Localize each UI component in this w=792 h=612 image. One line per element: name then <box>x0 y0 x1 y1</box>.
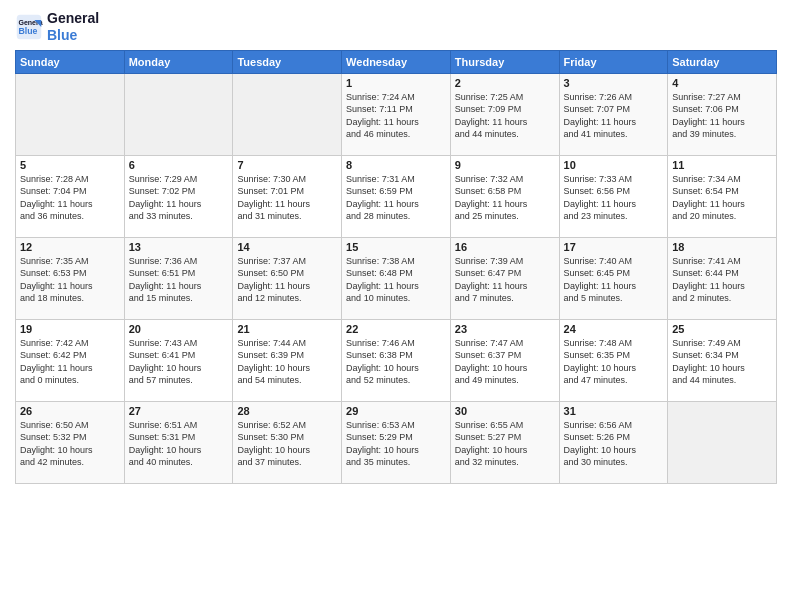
calendar-cell: 13Sunrise: 7:36 AM Sunset: 6:51 PM Dayli… <box>124 237 233 319</box>
calendar-header: SundayMondayTuesdayWednesdayThursdayFrid… <box>16 50 777 73</box>
day-info: Sunrise: 6:55 AM Sunset: 5:27 PM Dayligh… <box>455 419 555 469</box>
day-info: Sunrise: 7:41 AM Sunset: 6:44 PM Dayligh… <box>672 255 772 305</box>
day-number: 31 <box>564 405 664 417</box>
day-info: Sunrise: 7:32 AM Sunset: 6:58 PM Dayligh… <box>455 173 555 223</box>
day-info: Sunrise: 7:25 AM Sunset: 7:09 PM Dayligh… <box>455 91 555 141</box>
day-info: Sunrise: 7:46 AM Sunset: 6:38 PM Dayligh… <box>346 337 446 387</box>
calendar-cell <box>16 73 125 155</box>
calendar-cell: 12Sunrise: 7:35 AM Sunset: 6:53 PM Dayli… <box>16 237 125 319</box>
calendar-cell: 30Sunrise: 6:55 AM Sunset: 5:27 PM Dayli… <box>450 401 559 483</box>
calendar-table: SundayMondayTuesdayWednesdayThursdayFrid… <box>15 50 777 484</box>
day-info: Sunrise: 6:50 AM Sunset: 5:32 PM Dayligh… <box>20 419 120 469</box>
day-info: Sunrise: 7:44 AM Sunset: 6:39 PM Dayligh… <box>237 337 337 387</box>
calendar-cell: 23Sunrise: 7:47 AM Sunset: 6:37 PM Dayli… <box>450 319 559 401</box>
calendar-cell: 2Sunrise: 7:25 AM Sunset: 7:09 PM Daylig… <box>450 73 559 155</box>
calendar-cell: 15Sunrise: 7:38 AM Sunset: 6:48 PM Dayli… <box>342 237 451 319</box>
calendar-cell: 14Sunrise: 7:37 AM Sunset: 6:50 PM Dayli… <box>233 237 342 319</box>
day-info: Sunrise: 7:36 AM Sunset: 6:51 PM Dayligh… <box>129 255 229 305</box>
day-number: 7 <box>237 159 337 171</box>
calendar-cell: 4Sunrise: 7:27 AM Sunset: 7:06 PM Daylig… <box>668 73 777 155</box>
calendar-cell <box>233 73 342 155</box>
calendar-cell: 8Sunrise: 7:31 AM Sunset: 6:59 PM Daylig… <box>342 155 451 237</box>
calendar-cell: 1Sunrise: 7:24 AM Sunset: 7:11 PM Daylig… <box>342 73 451 155</box>
day-number: 6 <box>129 159 229 171</box>
day-info: Sunrise: 7:28 AM Sunset: 7:04 PM Dayligh… <box>20 173 120 223</box>
weekday-row: SundayMondayTuesdayWednesdayThursdayFrid… <box>16 50 777 73</box>
header: General Blue General Blue <box>15 10 777 44</box>
day-number: 26 <box>20 405 120 417</box>
weekday-header-tuesday: Tuesday <box>233 50 342 73</box>
calendar-week-row: 19Sunrise: 7:42 AM Sunset: 6:42 PM Dayli… <box>16 319 777 401</box>
day-number: 22 <box>346 323 446 335</box>
calendar-cell: 28Sunrise: 6:52 AM Sunset: 5:30 PM Dayli… <box>233 401 342 483</box>
calendar-cell: 17Sunrise: 7:40 AM Sunset: 6:45 PM Dayli… <box>559 237 668 319</box>
weekday-header-monday: Monday <box>124 50 233 73</box>
day-number: 14 <box>237 241 337 253</box>
day-info: Sunrise: 7:40 AM Sunset: 6:45 PM Dayligh… <box>564 255 664 305</box>
day-number: 16 <box>455 241 555 253</box>
day-info: Sunrise: 7:42 AM Sunset: 6:42 PM Dayligh… <box>20 337 120 387</box>
day-number: 28 <box>237 405 337 417</box>
calendar-cell <box>124 73 233 155</box>
calendar-cell: 6Sunrise: 7:29 AM Sunset: 7:02 PM Daylig… <box>124 155 233 237</box>
day-info: Sunrise: 7:34 AM Sunset: 6:54 PM Dayligh… <box>672 173 772 223</box>
calendar-week-row: 5Sunrise: 7:28 AM Sunset: 7:04 PM Daylig… <box>16 155 777 237</box>
day-info: Sunrise: 7:47 AM Sunset: 6:37 PM Dayligh… <box>455 337 555 387</box>
calendar-cell: 31Sunrise: 6:56 AM Sunset: 5:26 PM Dayli… <box>559 401 668 483</box>
page: General Blue General Blue SundayMondayTu… <box>0 0 792 612</box>
logo-icon: General Blue <box>15 13 43 41</box>
day-info: Sunrise: 7:39 AM Sunset: 6:47 PM Dayligh… <box>455 255 555 305</box>
calendar-cell: 16Sunrise: 7:39 AM Sunset: 6:47 PM Dayli… <box>450 237 559 319</box>
day-info: Sunrise: 6:51 AM Sunset: 5:31 PM Dayligh… <box>129 419 229 469</box>
day-number: 25 <box>672 323 772 335</box>
calendar-cell: 3Sunrise: 7:26 AM Sunset: 7:07 PM Daylig… <box>559 73 668 155</box>
weekday-header-thursday: Thursday <box>450 50 559 73</box>
day-number: 10 <box>564 159 664 171</box>
calendar-cell: 24Sunrise: 7:48 AM Sunset: 6:35 PM Dayli… <box>559 319 668 401</box>
calendar-cell: 20Sunrise: 7:43 AM Sunset: 6:41 PM Dayli… <box>124 319 233 401</box>
day-number: 4 <box>672 77 772 89</box>
day-info: Sunrise: 6:52 AM Sunset: 5:30 PM Dayligh… <box>237 419 337 469</box>
day-info: Sunrise: 7:33 AM Sunset: 6:56 PM Dayligh… <box>564 173 664 223</box>
day-number: 8 <box>346 159 446 171</box>
day-info: Sunrise: 7:24 AM Sunset: 7:11 PM Dayligh… <box>346 91 446 141</box>
day-info: Sunrise: 7:31 AM Sunset: 6:59 PM Dayligh… <box>346 173 446 223</box>
calendar-cell: 11Sunrise: 7:34 AM Sunset: 6:54 PM Dayli… <box>668 155 777 237</box>
day-number: 12 <box>20 241 120 253</box>
calendar-cell <box>668 401 777 483</box>
calendar-week-row: 12Sunrise: 7:35 AM Sunset: 6:53 PM Dayli… <box>16 237 777 319</box>
day-number: 3 <box>564 77 664 89</box>
weekday-header-saturday: Saturday <box>668 50 777 73</box>
day-number: 30 <box>455 405 555 417</box>
day-number: 20 <box>129 323 229 335</box>
calendar-week-row: 1Sunrise: 7:24 AM Sunset: 7:11 PM Daylig… <box>16 73 777 155</box>
calendar-cell: 5Sunrise: 7:28 AM Sunset: 7:04 PM Daylig… <box>16 155 125 237</box>
calendar-body: 1Sunrise: 7:24 AM Sunset: 7:11 PM Daylig… <box>16 73 777 483</box>
day-info: Sunrise: 7:43 AM Sunset: 6:41 PM Dayligh… <box>129 337 229 387</box>
calendar-cell: 27Sunrise: 6:51 AM Sunset: 5:31 PM Dayli… <box>124 401 233 483</box>
day-number: 17 <box>564 241 664 253</box>
day-info: Sunrise: 6:56 AM Sunset: 5:26 PM Dayligh… <box>564 419 664 469</box>
day-info: Sunrise: 7:35 AM Sunset: 6:53 PM Dayligh… <box>20 255 120 305</box>
day-info: Sunrise: 6:53 AM Sunset: 5:29 PM Dayligh… <box>346 419 446 469</box>
day-info: Sunrise: 7:38 AM Sunset: 6:48 PM Dayligh… <box>346 255 446 305</box>
calendar-cell: 26Sunrise: 6:50 AM Sunset: 5:32 PM Dayli… <box>16 401 125 483</box>
calendar-cell: 7Sunrise: 7:30 AM Sunset: 7:01 PM Daylig… <box>233 155 342 237</box>
calendar-cell: 19Sunrise: 7:42 AM Sunset: 6:42 PM Dayli… <box>16 319 125 401</box>
day-number: 19 <box>20 323 120 335</box>
day-number: 2 <box>455 77 555 89</box>
day-number: 29 <box>346 405 446 417</box>
day-number: 23 <box>455 323 555 335</box>
day-info: Sunrise: 7:49 AM Sunset: 6:34 PM Dayligh… <box>672 337 772 387</box>
day-number: 9 <box>455 159 555 171</box>
day-number: 5 <box>20 159 120 171</box>
day-number: 13 <box>129 241 229 253</box>
logo-text: General Blue <box>47 10 99 44</box>
day-info: Sunrise: 7:37 AM Sunset: 6:50 PM Dayligh… <box>237 255 337 305</box>
weekday-header-sunday: Sunday <box>16 50 125 73</box>
weekday-header-wednesday: Wednesday <box>342 50 451 73</box>
day-info: Sunrise: 7:48 AM Sunset: 6:35 PM Dayligh… <box>564 337 664 387</box>
day-number: 1 <box>346 77 446 89</box>
calendar-cell: 18Sunrise: 7:41 AM Sunset: 6:44 PM Dayli… <box>668 237 777 319</box>
day-info: Sunrise: 7:27 AM Sunset: 7:06 PM Dayligh… <box>672 91 772 141</box>
